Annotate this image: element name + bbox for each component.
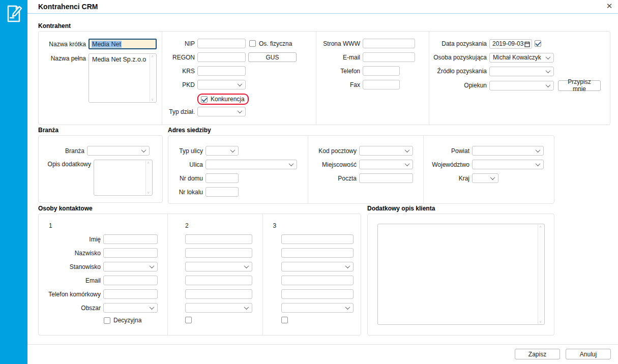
branza-label: Branża <box>39 147 84 155</box>
email-input[interactable] <box>363 52 415 62</box>
telefon-komorkowy-input-1[interactable] <box>103 289 158 299</box>
konkurencja-highlight: Konkurencja <box>197 94 249 105</box>
scrollbar[interactable] <box>145 161 152 195</box>
ulica-select[interactable] <box>205 160 297 169</box>
obszar-select-1[interactable] <box>103 303 158 313</box>
telefon-input[interactable] <box>363 66 400 76</box>
nazwisko-label: Nazwisko <box>39 250 101 257</box>
ulica-label: Ulica <box>168 161 203 168</box>
section-title: Kontrahent <box>38 22 610 29</box>
strona-www-input[interactable] <box>363 39 415 48</box>
zrodlo-pozyskania-select[interactable] <box>489 67 554 76</box>
gus-button[interactable]: GUS <box>248 52 297 62</box>
fax-input[interactable] <box>363 80 400 89</box>
opiekun-select[interactable] <box>489 81 554 90</box>
section-title: Osoby kontaktowe <box>38 205 361 212</box>
nr-lokalu-input[interactable] <box>205 187 239 197</box>
decyzyjna-checkbox-1[interactable] <box>104 317 110 324</box>
kod-pocztowy-label: Kod pocztowy <box>308 147 357 155</box>
close-icon[interactable]: ✕ <box>604 1 614 12</box>
chevron-down-icon <box>230 147 236 153</box>
scrollbar[interactable] <box>538 225 544 324</box>
nip-label: NIP <box>162 40 195 47</box>
typ-ulicy-select[interactable] <box>205 146 239 156</box>
obszar-select-2[interactable] <box>185 303 252 313</box>
section-kontrahent: Kontrahent Nazwa krótka Media Net Nazwa … <box>38 22 610 125</box>
kontrahenci-crm-window: Kontrahenci CRM ✕ Kontrahent Nazwa krótk… <box>0 0 618 364</box>
przypisz-mnie-button[interactable]: Przypisz mnie <box>558 80 601 91</box>
wojewodztwo-select[interactable] <box>472 160 544 169</box>
email-input-1[interactable] <box>103 276 158 285</box>
typ-ulicy-label: Typ ulicy <box>168 147 203 155</box>
email-input-2[interactable] <box>185 276 252 285</box>
nr-domu-input[interactable] <box>205 173 239 183</box>
stanowisko-select-2[interactable] <box>185 262 252 271</box>
konkurencja-checkbox[interactable] <box>201 96 208 103</box>
krs-input[interactable] <box>197 66 246 76</box>
telefon-komorkowy-label: Telefon komórkowy <box>39 291 101 298</box>
osoba-pozyskujaca-select[interactable]: Michał Kowalczyk <box>489 53 554 63</box>
chevron-down-icon <box>490 175 495 180</box>
section-title: Adres siedziby <box>168 127 554 134</box>
section-dodatkowy-opis: Dodatkowy opis klienta <box>367 205 554 336</box>
stanowisko-select-1[interactable] <box>103 262 158 271</box>
pkd-select[interactable] <box>197 80 246 89</box>
contact-column-number: 2 <box>185 222 262 229</box>
powiat-label: Powiat <box>424 147 469 155</box>
regon-input[interactable] <box>197 52 246 62</box>
branza-select[interactable] <box>87 146 150 156</box>
chevron-down-icon <box>345 263 350 268</box>
opiekun-label: Opiekun <box>429 82 487 89</box>
decyzyjna-checkbox-3[interactable] <box>281 317 288 323</box>
imie-input-2[interactable] <box>185 234 252 244</box>
decyzyjna-checkbox-2[interactable] <box>185 317 192 323</box>
nip-input[interactable] <box>197 39 246 48</box>
email-label: Email <box>39 277 101 284</box>
stanowisko-select-3[interactable] <box>281 262 354 271</box>
miejscowosc-select[interactable] <box>359 160 413 169</box>
telefon-komorkowy-input-3[interactable] <box>281 289 354 299</box>
imie-input-3[interactable] <box>281 234 354 244</box>
section-adres-siedziby: Adres siedziby Typ ulicy Ulica Nr domu N… <box>168 127 554 204</box>
konkurencja-label: Konkurencja <box>211 96 245 103</box>
nazwisko-input-2[interactable] <box>185 248 252 258</box>
cancel-button[interactable]: Anuluj <box>566 349 611 359</box>
nazwa-krotka-input[interactable]: Media Net <box>89 39 157 49</box>
footer-divider <box>27 344 618 345</box>
wojewodztwo-label: Województwo <box>424 161 469 168</box>
miejscowosc-label: Miejscowość <box>308 161 357 168</box>
dodatkowy-opis-textarea[interactable] <box>377 224 545 325</box>
chevron-down-icon <box>405 161 410 166</box>
kraj-select[interactable] <box>472 173 498 183</box>
data-pozyskania-checkbox[interactable] <box>535 40 541 47</box>
edit-note-icon[interactable] <box>4 4 23 27</box>
opis-dodatkowy-label: Opis dodatkowy <box>39 161 91 168</box>
chevron-down-icon <box>150 263 155 268</box>
fax-label: Fax <box>316 81 360 88</box>
nr-domu-label: Nr domu <box>168 175 203 182</box>
imie-input-1[interactable] <box>103 234 158 244</box>
typ-dzial-select[interactable] <box>197 107 246 116</box>
osoba-pozyskujaca-label: Osoba pozyskująca <box>429 54 487 61</box>
window-header: Kontrahenci CRM ✕ <box>27 0 618 14</box>
calendar-icon[interactable] <box>524 40 530 49</box>
chevron-down-icon <box>150 305 155 310</box>
nazwa-pelna-label: Nazwa pełna <box>39 55 86 62</box>
chevron-down-icon <box>405 147 410 153</box>
nazwa-pelna-textarea[interactable]: Media Net Sp.z.o.o <box>89 53 157 103</box>
sidebar <box>0 0 27 364</box>
kod-pocztowy-select[interactable] <box>359 146 413 156</box>
telefon-komorkowy-input-2[interactable] <box>185 289 252 299</box>
poczta-input[interactable] <box>359 173 413 183</box>
powiat-select[interactable] <box>472 146 544 156</box>
nazwisko-input-1[interactable] <box>103 248 158 258</box>
nazwisko-input-3[interactable] <box>281 248 354 258</box>
typ-dzial-label: Typ dział. <box>162 108 195 115</box>
obszar-select-3[interactable] <box>281 303 354 313</box>
email-input-3[interactable] <box>281 276 354 285</box>
section-title: Dodatkowy opis klienta <box>367 205 554 212</box>
opis-dodatkowy-textarea[interactable] <box>94 160 153 196</box>
os-fizyczna-checkbox[interactable] <box>249 40 256 47</box>
scrollbar[interactable] <box>150 54 156 102</box>
save-button[interactable]: Zapisz <box>515 349 560 359</box>
